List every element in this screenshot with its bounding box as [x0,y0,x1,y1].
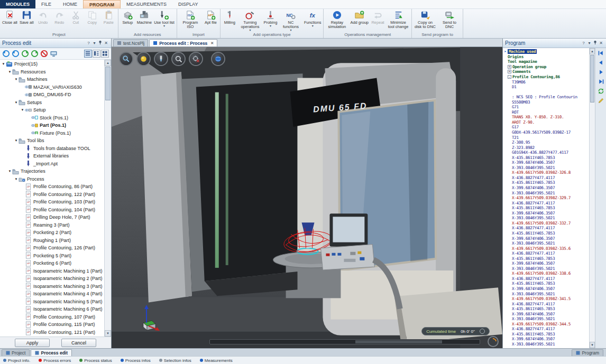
tree-item-profile-contouring-122-part[interactable]: Profile Contouring, 122 (Part) [0,191,104,199]
pin-icon[interactable] [97,40,103,46]
close-icon[interactable]: ✕ [103,41,109,45]
tool-view-button[interactable] [154,52,168,66]
gcode-line[interactable]: X-436.8827Y477.4117 [503,326,589,332]
gcode-line[interactable]: T21 [503,135,589,140]
tree-item-isoparametric-machining-6-part[interactable]: Isoparametric Machining 6 (Part) [0,305,104,313]
expand-plus-icon[interactable]: + [508,70,511,73]
undo-button[interactable]: Undo [35,10,51,25]
gcode-line[interactable]: X-393.0846Y395.5021 [503,316,589,322]
edit-button[interactable] [598,97,604,104]
gcode-line[interactable]: G01G94X-436.8827Y477.4117 [503,150,589,155]
gcode-line[interactable]: T39M06 [503,79,589,85]
copy-button[interactable]: Copy [84,10,100,25]
expander-icon[interactable]: ▼ [7,170,12,173]
ribbon-tab-display[interactable]: DISPLAY [172,0,204,8]
use-tool-list-button[interactable]: Use tool list▾ [153,10,176,27]
gcode-line[interactable]: X-435.8611Y465.7853 [503,180,589,185]
gcode-line[interactable]: AROT Z-90. [503,120,589,125]
panel-tab-program[interactable]: Program [572,349,603,356]
gcode-line[interactable]: +Comments [503,69,589,74]
tree-item-project-15[interactable]: ▼Project(15) [0,60,104,68]
gcode-line[interactable]: X-435.8611Y465.7853 [503,332,589,337]
scroll-thumb[interactable] [105,67,111,100]
display-options-icon[interactable] [50,50,58,58]
gcode-line[interactable]: X-435.8611Y465.7853 [503,281,589,286]
add-group-button[interactable]: Add group [349,10,370,25]
setup-button[interactable]: Setup [120,10,136,25]
tree-item-pocketing-6-part[interactable]: Pocketing 6 (Part) [0,259,104,267]
tree-item-pocketing-5-part[interactable]: Pocketing 5 (Part) [0,252,104,260]
collapse-minus-icon[interactable]: - [508,75,511,79]
tree-item-profile-contouring-126-part[interactable]: Profile Contouring, 126 (Part) [0,244,104,252]
gcode-line[interactable]: D1 [503,85,589,90]
tree-item-roughing-1-part[interactable]: Roughing 1 (Part) [0,237,104,245]
document-tab-process-edit-process[interactable]: Process edit : Process✕ [149,39,217,46]
tree-item-isoparametric-machining-4-part[interactable]: Isoparametric Machining 4 (Part) [0,290,104,298]
gcode-line[interactable]: G0DX-439.5617Y509.0398Z-17 [503,130,589,135]
scroll-thumb[interactable] [590,55,594,102]
simulation-viewport[interactable]: DMU 65 FD Cumulated time 0h 0' 0'' [112,47,502,348]
view-mode-3-button[interactable] [101,50,109,58]
expand-plus-icon[interactable]: + [508,65,511,69]
tree-item-fixture-pos-1[interactable]: Fixture (Pos.1) [0,129,104,137]
tree-item-external-libraries[interactable]: External libraries [0,152,104,160]
gcode-line[interactable]: X-399.6874Y406.3507 [503,261,589,266]
view-mode-2-button[interactable] [93,50,100,58]
go-next-button[interactable] [598,69,604,76]
disable-icon[interactable] [40,50,48,58]
program-iso-button[interactable]: ISOProgram ISO [178,10,203,29]
gcode-line[interactable]: X-436.8827Y477.4117 [503,251,589,256]
gcode-line[interactable]: X-399.6874Y406.3507 [503,211,589,216]
gcode-line[interactable]: Origins [503,54,589,60]
gcode-line[interactable]: X-439.6617Y509.0398Z-338.6 [503,271,589,276]
tree-item-profile-contouring-115-part[interactable]: Profile Contouring, 115 (Part) [0,321,104,329]
chevron-down-icon[interactable]: ▾ [91,41,97,45]
info-tab-project-info[interactable]: Project info. [3,358,30,363]
gcode-line[interactable]: S5500M03 [503,99,589,105]
expander-icon[interactable]: ▼ [20,108,25,111]
gcode-line[interactable]: : NCS SEQ : Profile Contourin [503,95,589,100]
gcode-line[interactable]: Z-323.8982 [503,145,589,150]
tree-item-setups[interactable]: ▼Setups [0,99,104,107]
ribbon-tab-file[interactable]: FILE [35,0,57,8]
expander-icon[interactable]: ▼ [14,78,19,81]
gcode-line[interactable]: X-436.8827Y477.4117 [503,226,589,231]
shading-mode-button[interactable] [136,52,151,66]
gcode-line[interactable]: X-393.0846Y395.5021 [503,165,589,171]
turning-operations-button[interactable]: Turning operations▾ [238,10,262,32]
gcode-line[interactable]: X-435.8611Y465.7853 [503,306,589,312]
tree-item-tools-from-database-tool[interactable]: Tools from database TOOL [0,145,104,153]
pin-icon[interactable] [592,40,598,46]
gcode-line[interactable]: X-436.8827Y477.4117 [503,200,589,206]
apt-file-button[interactable]: APTApt file [203,10,219,25]
functions-button[interactable]: fxFunctions▾ [303,10,323,27]
tree-item-isoparametric-machining-3-part[interactable]: Isoparametric Machining 3 (Part) [0,283,104,291]
gcode-line[interactable]: X-399.6874Y406.3507 [503,286,589,292]
apply-button[interactable]: Apply [15,339,50,347]
gcode-line[interactable]: G71 [503,105,589,110]
tree-item-drilling-deep-hole-7-part[interactable]: Drilling Deep Hole, 7 (Part) [0,213,104,221]
scroll-up-icon[interactable]: ▲ [590,48,595,54]
milling-button[interactable]: Milling [222,10,238,25]
go-previous-button[interactable] [598,59,604,66]
gcode-line[interactable]: Z-300.95 [503,140,589,145]
tree-item-profile-contouring-121-part[interactable]: Profile Contouring, 121 (Part) [0,329,104,337]
tree-item-isoparametric-machining-5-part[interactable]: Isoparametric Machining 5 (Part) [0,298,104,306]
gcode-line[interactable]: X-393.0846Y395.5021 [503,190,589,195]
chevron-down-icon[interactable]: ▾ [586,41,592,45]
help-icon[interactable]: ? [581,41,586,45]
gcode-line[interactable]: X-393.0846Y395.5021 [503,342,589,347]
gcode-line[interactable]: X-439.6617Y509.0398Z-335.6 [503,246,589,251]
expander-icon[interactable]: ▼ [14,178,19,181]
ribbon-tab-measurements[interactable]: MEASUREMENTS [121,0,172,8]
gcode-line[interactable]: X-439.6617Y509.0398Z-341.5 [503,296,589,302]
panel-tab-project[interactable]: Project [2,349,30,356]
tree-item-isoparametric-machining-2-part[interactable]: Isoparametric Machining 2 (Part) [0,275,104,283]
gcode-line[interactable]: +Operation group [503,64,589,70]
scroll-up-icon[interactable]: ▲ [105,60,111,66]
gcode-line[interactable]: ROT [503,110,589,115]
simulation-speed-knob[interactable] [488,336,499,347]
document-tab-test-ncsplj[interactable]: test.NcsPlj [113,39,148,46]
zoom-button[interactable] [171,52,186,66]
sync-button[interactable] [598,88,604,95]
